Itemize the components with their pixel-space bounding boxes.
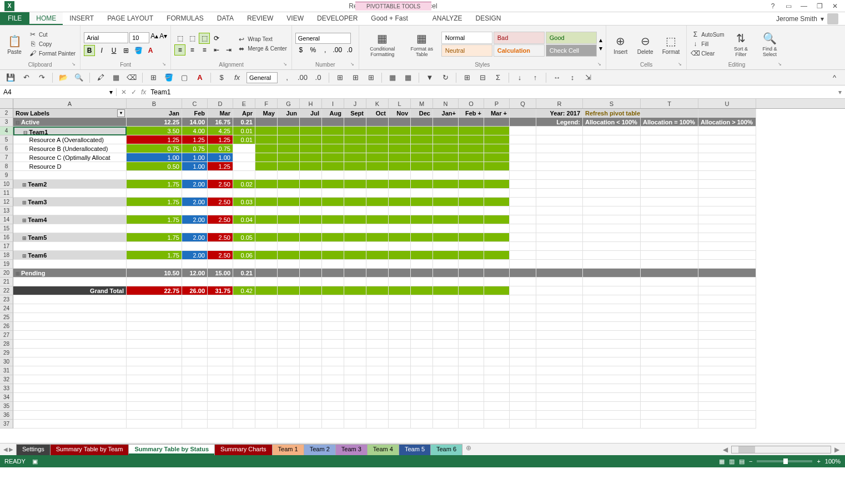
cell[interactable] — [208, 393, 233, 402]
pending-group[interactable]: ⊞Pending — [13, 269, 127, 278]
percent-button[interactable]: % — [308, 44, 319, 56]
cell[interactable] — [641, 278, 698, 286]
cell[interactable] — [459, 322, 484, 331]
cell[interactable] — [583, 286, 641, 295]
cell[interactable] — [300, 233, 322, 242]
pivot-value[interactable]: 1.75 — [127, 180, 182, 189]
cell[interactable] — [366, 251, 389, 260]
cell[interactable] — [698, 206, 756, 215]
col-header[interactable]: L — [389, 99, 411, 108]
cell[interactable] — [459, 260, 484, 269]
cell[interactable] — [322, 198, 344, 206]
cell[interactable] — [233, 420, 255, 429]
cell[interactable] — [300, 180, 322, 189]
cell[interactable] — [344, 260, 366, 269]
font-name-input[interactable] — [84, 32, 128, 43]
cell[interactable] — [484, 180, 510, 189]
pivot-value[interactable]: 0.01 — [233, 135, 255, 144]
cell[interactable] — [300, 127, 322, 135]
cell[interactable] — [484, 144, 510, 153]
cell[interactable] — [182, 393, 208, 402]
grand-total-label[interactable]: Grand Total — [13, 286, 127, 295]
pivot-row-label[interactable]: ⊞Team3 — [13, 198, 127, 206]
row-header[interactable]: 37 — [0, 420, 13, 429]
cell[interactable] — [322, 393, 344, 402]
tab-insert[interactable]: INSERT — [63, 12, 100, 25]
cell[interactable] — [510, 198, 536, 206]
cell[interactable] — [300, 384, 322, 393]
cell[interactable] — [255, 198, 278, 206]
pivot-value[interactable]: 2.50 — [208, 251, 233, 260]
cell[interactable] — [536, 269, 583, 278]
cell[interactable] — [255, 144, 278, 153]
cell[interactable] — [366, 402, 389, 411]
month-header[interactable]: Nov — [389, 109, 411, 118]
cell[interactable] — [411, 295, 433, 304]
cell[interactable] — [433, 340, 459, 349]
cell[interactable] — [300, 349, 322, 357]
cell[interactable] — [208, 402, 233, 411]
cell[interactable] — [344, 189, 366, 198]
cell[interactable] — [583, 135, 641, 144]
cell[interactable] — [344, 118, 366, 127]
cell[interactable] — [484, 375, 510, 384]
cell[interactable] — [182, 278, 208, 286]
col-header[interactable]: C — [182, 99, 208, 108]
cell[interactable] — [536, 278, 583, 286]
col-header[interactable]: R — [536, 99, 583, 108]
row-header[interactable]: 31 — [0, 366, 13, 375]
cell[interactable] — [411, 384, 433, 393]
cell[interactable] — [389, 340, 411, 349]
cell[interactable] — [484, 269, 510, 278]
cell[interactable] — [127, 366, 182, 375]
cell[interactable] — [322, 260, 344, 269]
row-header[interactable]: 8 — [0, 162, 13, 171]
cell[interactable] — [641, 189, 698, 198]
pivot-value[interactable]: 0.03 — [233, 198, 255, 206]
cell[interactable] — [127, 331, 182, 340]
cell[interactable] — [344, 402, 366, 411]
qat-col-width[interactable]: ↔ — [551, 72, 563, 84]
cell[interactable] — [510, 411, 536, 420]
cell[interactable] — [13, 357, 127, 366]
cell[interactable] — [344, 357, 366, 366]
pivot-value[interactable]: 2.50 — [208, 180, 233, 189]
cell[interactable] — [536, 189, 583, 198]
cell[interactable] — [510, 322, 536, 331]
cell[interactable] — [366, 304, 389, 313]
pivot-value[interactable]: 2.00 — [182, 233, 208, 242]
cell[interactable] — [322, 411, 344, 420]
cell[interactable] — [366, 144, 389, 153]
cell[interactable] — [411, 269, 433, 278]
cell[interactable] — [366, 420, 389, 429]
cell[interactable] — [127, 242, 182, 251]
cell[interactable] — [583, 304, 641, 313]
cell[interactable] — [433, 127, 459, 135]
cell[interactable] — [583, 189, 641, 198]
cell[interactable] — [459, 206, 484, 215]
fill-color-button[interactable]: 🪣 — [133, 45, 144, 56]
wrap-text-button[interactable]: ↩Wrap Text — [237, 35, 288, 44]
qat-print-preview[interactable]: 🔍 — [73, 72, 85, 84]
cell[interactable] — [484, 162, 510, 171]
cell[interactable] — [459, 127, 484, 135]
cell[interactable] — [389, 189, 411, 198]
view-page-layout-icon[interactable]: ▥ — [729, 458, 735, 465]
cell[interactable] — [208, 411, 233, 420]
font-size-input[interactable] — [129, 32, 149, 43]
cell[interactable] — [698, 189, 756, 198]
cell[interactable] — [411, 251, 433, 260]
cell[interactable] — [583, 206, 641, 215]
cell[interactable] — [255, 357, 278, 366]
cell[interactable] — [536, 251, 583, 260]
cell[interactable] — [433, 233, 459, 242]
sheet-tab-team2[interactable]: Team 2 — [304, 444, 336, 455]
pivot-value[interactable]: 2.50 — [208, 198, 233, 206]
cell[interactable] — [182, 206, 208, 215]
cell[interactable] — [433, 242, 459, 251]
cell[interactable] — [510, 304, 536, 313]
cell[interactable] — [641, 224, 698, 233]
cell[interactable] — [484, 135, 510, 144]
row-header[interactable]: 5 — [0, 135, 13, 144]
cell[interactable] — [322, 171, 344, 180]
